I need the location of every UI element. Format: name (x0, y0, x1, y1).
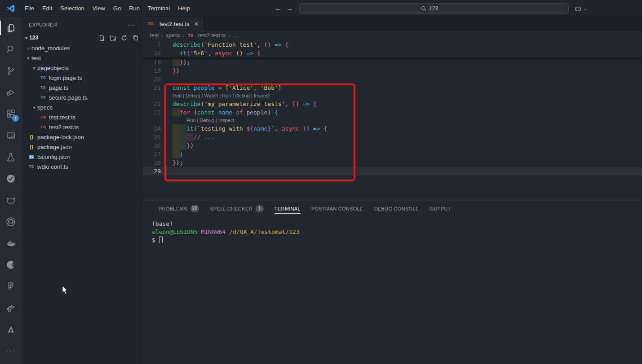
menu-help[interactable]: Help (174, 3, 194, 14)
menu-view[interactable]: View (89, 3, 109, 14)
tree-item-secure-page-ts[interactable]: TSsecure.page.ts (22, 92, 142, 102)
line-text: }) (173, 141, 194, 150)
line-number: 29 (143, 167, 161, 175)
panel-tab-debug-console[interactable]: DEBUG CONSOLE (371, 201, 423, 216)
menu-go[interactable]: Go (109, 3, 125, 14)
tree-item-label: package.json (37, 144, 72, 150)
tree-item-page-ts[interactable]: TSpage.ts (22, 83, 142, 92)
close-icon[interactable]: ✕ (194, 21, 199, 27)
tree-item-wdio-conf-ts[interactable]: TSwdio.conf.ts (22, 162, 142, 171)
tab-test2-test-ts[interactable]: TS test2.test.ts ✕ (143, 17, 204, 31)
activity-search[interactable] (0, 39, 22, 60)
code-line-23[interactable]: 23 for (const name of people) { (143, 108, 642, 117)
sticky-line-16[interactable]: 16 it('5+6', async () => { (143, 49, 642, 57)
chevron-down-icon: ⌄ (583, 6, 587, 12)
nav-forward-icon[interactable]: → (284, 4, 296, 13)
github-icon (5, 216, 16, 227)
activity-azure[interactable] (0, 319, 22, 340)
menu-edit[interactable]: Edit (38, 3, 56, 14)
command-search-box[interactable] (299, 3, 569, 14)
activity-extensions[interactable]: 1 (0, 103, 22, 125)
sticky-line-7[interactable]: 7describe('Function test', () => { (143, 40, 642, 49)
code-line-20[interactable]: 20 (143, 75, 642, 83)
line-number: 16 (143, 49, 161, 57)
code-line-18[interactable]: 18 }); (143, 58, 642, 66)
panel-tab-spell-checker[interactable]: SPELL CHECKER1 (206, 201, 267, 216)
debug-icon (5, 87, 16, 98)
activity-explorer[interactable] (0, 17, 22, 39)
code-line-21[interactable]: 21const people = ['Alice', 'Bob'] (143, 83, 642, 92)
search-input[interactable] (429, 5, 447, 12)
collapse-all-icon[interactable] (132, 35, 139, 41)
tree-item-test2-test-ts[interactable]: TStest2.test.ts (22, 122, 142, 132)
line-text: const people = ['Alice', 'Bob'] (173, 83, 282, 92)
new-folder-icon[interactable] (110, 35, 116, 41)
breadcrumb-item[interactable]: … (233, 32, 238, 39)
code-line-26[interactable]: 26 }) (143, 141, 642, 150)
tree-item-test[interactable]: ▾test (22, 53, 142, 63)
tree-item-package-lock-json[interactable]: {}package-lock.json (22, 132, 142, 142)
workspace-section-header[interactable]: ▾ 123 (22, 32, 142, 43)
tree-item-test-test-ts[interactable]: TStest.test.ts (22, 112, 142, 122)
panel-tab-output[interactable]: OUTPUT (426, 201, 455, 216)
activity-figma[interactable] (0, 276, 22, 297)
activity-remote-explorer[interactable] (0, 125, 22, 146)
ts-file-icon: TS (40, 84, 47, 91)
activity-live-share[interactable] (0, 297, 22, 319)
vscode-logo-icon (6, 4, 15, 13)
new-file-icon[interactable] (98, 35, 105, 41)
explorer-more-actions[interactable]: ··· (128, 21, 135, 28)
tree-item-label: secure.page.ts (49, 94, 87, 101)
codelens-actions[interactable]: Run | Debug | Watch | Run | Debug | Insp… (143, 92, 642, 100)
activity-docker[interactable] (0, 232, 22, 254)
tree-item-login-page-ts[interactable]: TSlogin.page.ts (22, 73, 142, 83)
activity-gitlens[interactable] (0, 189, 22, 211)
panel-tab-postman-console[interactable]: POSTMAN CONSOLE (308, 201, 367, 216)
tree-item-package-json[interactable]: {}package.json (22, 142, 142, 152)
breadcrumb-item[interactable]: specs (166, 32, 180, 39)
menu-terminal[interactable]: Terminal (144, 3, 174, 14)
line-number: 28 (143, 158, 161, 167)
code-line-19[interactable]: 19}) (143, 66, 642, 75)
activity-run-debug[interactable] (0, 82, 22, 103)
tree-item-specs[interactable]: ▾specs (22, 102, 142, 112)
panel-tab-terminal[interactable]: TERMINAL (271, 201, 304, 216)
nav-back-icon[interactable]: ← (272, 4, 284, 13)
menu-selection[interactable]: Selection (56, 3, 88, 14)
code-line-24[interactable]: 24 it(`testing with ${name}`, async () =… (143, 124, 642, 133)
panel-tab-problems[interactable]: PROBLEMS20 (155, 201, 203, 216)
code-editor[interactable]: 7describe('Function test', () => {16 it(… (143, 40, 642, 201)
breadcrumb-item[interactable]: TStest2.test.ts (187, 32, 226, 39)
refresh-icon[interactable] (121, 35, 128, 41)
tree-item-pageobjects[interactable]: ▾pageobjects (22, 63, 142, 73)
activity-source-control[interactable] (0, 60, 22, 82)
tree-item-label: node_modules (31, 45, 70, 52)
code-line-27[interactable]: 27 } (143, 150, 642, 158)
chevron-down-icon: ▾ (31, 66, 37, 70)
ts-file-icon: TS (40, 74, 47, 81)
copilot-menu[interactable]: ⌄ (574, 5, 587, 13)
code-line-22[interactable]: 22describe('my parameterize tests', () =… (143, 100, 642, 108)
breadcrumb-item[interactable]: test (150, 32, 159, 39)
line-text: describe('Function test', () => { (173, 40, 288, 49)
tree-item-node-modules[interactable]: ›node_modules (22, 43, 142, 53)
tree-item-label: test.test.ts (49, 114, 75, 121)
activity-codestream[interactable] (0, 254, 22, 276)
code-line-29[interactable]: 29 (143, 167, 642, 175)
panel-tab-badge: 20 (190, 205, 199, 212)
terminal-output[interactable]: (base)eleon@LEGION5 MINGW64 /d/QA_A/Test… (143, 216, 642, 244)
code-line-25[interactable]: 25 // ... (143, 133, 642, 141)
menu-run[interactable]: Run (125, 3, 144, 14)
activity-github[interactable] (0, 211, 22, 232)
codelens-actions[interactable]: Run | Debug | Inspect (143, 117, 642, 124)
activity-testing[interactable] (0, 146, 22, 168)
tree-item-label: package-lock.json (37, 134, 84, 140)
tree-item-tsconfig-json[interactable]: TStsconfig.json (22, 152, 142, 162)
azure-icon (5, 324, 16, 335)
copilot-icon (574, 5, 582, 13)
menu-file[interactable]: File (21, 3, 38, 14)
code-line-28[interactable]: 28}); (143, 158, 642, 167)
sticky-scroll[interactable]: 7describe('Function test', () => {16 it(… (143, 40, 642, 58)
activity-more[interactable]: ··· (0, 340, 22, 362)
activity-task-explorer[interactable] (0, 168, 22, 189)
